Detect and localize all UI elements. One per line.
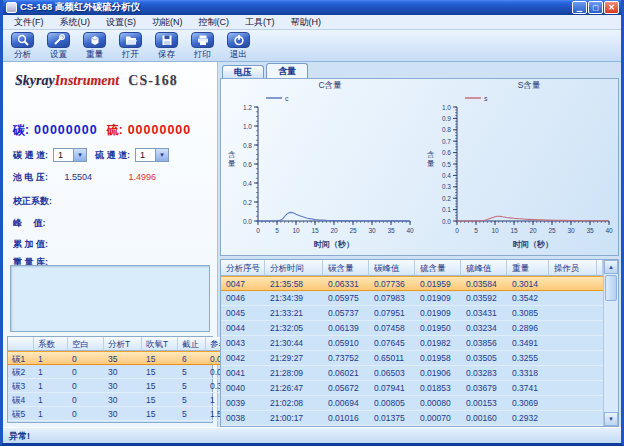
cell: 21:29:27 [265,351,323,366]
cell: 0.65011 [369,351,415,366]
cell: 21:33:21 [265,306,323,321]
cell: 0.01016 [323,411,369,426]
toolbar-button-打开[interactable]: 打开 [114,31,147,60]
cell: 0.01982 [415,336,461,351]
params-row[interactable]: 碳310301550.3 [8,379,231,393]
menu-item[interactable]: 工具(T) [237,16,283,29]
results-row[interactable]: 004621:34:390.059750.079830.019090.03592… [221,291,603,306]
cell: 吹氧T [142,337,178,351]
menu-item[interactable]: 功能(N) [144,16,191,29]
toolbar-button-退出[interactable]: 退出 [222,31,255,60]
chevron-down-icon[interactable]: ▼ [73,149,86,161]
tab-电压[interactable]: 电压 [222,65,264,78]
cell: 0.07983 [369,291,415,306]
params-header-row: 系数空白分析T吹氧T截止参考 [8,337,231,351]
cell: 0040 [221,381,265,396]
svg-text:0.6: 0.6 [442,149,451,156]
cell: 5 [178,365,206,379]
params-row[interactable]: 碳510301551.5 [8,407,231,421]
menu-item[interactable]: 设置(S) [98,16,144,29]
cell: 0045 [221,306,265,321]
results-row[interactable]: 004021:26:470.056720.079410.018530.03679… [221,381,603,396]
scroll-up-icon[interactable]: ▲ [604,260,618,274]
svg-text:30: 30 [369,227,377,234]
toolbar-button-重量[interactable]: 重量 [78,31,111,60]
toolbar-button-label: 分析 [14,49,31,61]
params-row[interactable]: 碳110351560.003 [8,351,231,365]
titlebar[interactable]: CS-168 高频红外碳硫分析仪 ▁ ▢ ✕ [3,0,621,15]
carbon-channel-select[interactable]: 1 ▼ [53,148,87,162]
menu-item[interactable]: 系统(U) [52,16,99,29]
cell [549,321,597,336]
cell: 碳峰值 [369,260,415,276]
cell: 0.3085 [507,306,549,321]
scrollbar-thumb[interactable] [605,275,617,301]
cell: 0.05910 [323,336,369,351]
cell: 0 [68,351,104,365]
toolbar-button-设置[interactable]: 设置 [42,31,75,60]
cell: 0.01958 [415,351,461,366]
menu-item[interactable]: 帮助(H) [283,16,330,29]
cell: 0.03431 [461,306,507,321]
window-title: CS-168 高频红外碳硫分析仪 [20,1,571,14]
cell: 0043 [221,336,265,351]
results-row[interactable]: 004721:35:580.063310.077360.019590.03584… [221,276,603,291]
cell: 碳3 [8,379,34,393]
cell: 30 [104,407,142,421]
svg-text:0.1: 0.1 [442,206,451,213]
cell: 5 [178,407,206,421]
menu-item[interactable]: 控制(C) [191,16,238,29]
results-row[interactable]: 003921:02:080.006940.008050.000800.00153… [221,396,603,411]
correction-factor-label: 校正系数: [13,195,52,208]
tab-strip: 电压含量 [222,63,310,78]
toolbar-button-保存[interactable]: 保存 [150,31,183,60]
cell: 碳含量 [323,260,369,276]
cell: 碳5 [8,407,34,421]
toolbar: 分析设置重量打开保存打印退出 [3,30,621,62]
close-button[interactable]: ✕ [604,1,619,14]
cell: 1 [34,351,68,365]
results-row[interactable]: 004421:32:050.061390.074580.019500.03234… [221,321,603,336]
svg-text:10: 10 [293,227,301,234]
results-row[interactable]: 004321:30:440.059100.076450.019820.03856… [221,336,603,351]
cell: 0.00080 [415,396,461,411]
cell [549,381,597,396]
toolbar-button-打印[interactable]: 打印 [186,31,219,60]
cell: 30 [104,379,142,393]
cell: 分析序号 [221,260,265,276]
results-scrollbar[interactable]: ▲ ▼ [603,260,618,426]
toolbar-button-分析[interactable]: 分析 [6,31,39,60]
results-header-row: 分析序号分析时间碳含量碳峰值硫含量硫峰值重量操作员品种 [221,260,603,276]
svg-text:15: 15 [510,227,518,234]
svg-text:1.2: 1.2 [243,104,252,111]
cell: 0.3014 [507,276,549,291]
status-bar: 异常! [3,427,621,443]
results-row[interactable]: 004121:28:090.060210.065030.019060.03283… [221,366,603,381]
minimize-button[interactable]: ▁ [572,1,587,14]
cell: 1 [34,365,68,379]
toolbar-button-label: 退出 [230,49,247,61]
menu-item[interactable]: 文件(F) [6,16,52,29]
cell: 1 [34,393,68,407]
status-text: 异常! [9,431,30,441]
sulfur-channel-select[interactable]: 1 ▼ [135,148,169,162]
svg-text:1.0: 1.0 [243,123,252,130]
cell: 0.05672 [323,381,369,396]
svg-text:0: 0 [455,227,459,234]
chevron-down-icon[interactable]: ▼ [155,149,168,161]
results-row[interactable]: 003821:00:170.010160.013750.000700.00160… [221,411,603,426]
results-row[interactable]: 004521:33:210.057370.079510.019090.03431… [221,306,603,321]
tab-含量[interactable]: 含量 [266,63,308,78]
params-row[interactable]: 碳410301551 [8,393,231,407]
cell: 21:32:05 [265,321,323,336]
cell: 5 [178,393,206,407]
scroll-down-icon[interactable]: ▼ [604,412,618,426]
results-row[interactable]: 004221:29:270.737520.650110.019580.03505… [221,351,603,366]
weight-library-listbox[interactable] [10,265,210,332]
cell: 硫含量 [415,260,461,276]
params-row[interactable]: 碳210301550.03 [8,365,231,379]
svg-text:1.0: 1.0 [442,104,451,111]
maximize-button[interactable]: ▢ [588,1,603,14]
svg-text:0.8: 0.8 [243,142,252,149]
cell: 0.03584 [461,276,507,291]
